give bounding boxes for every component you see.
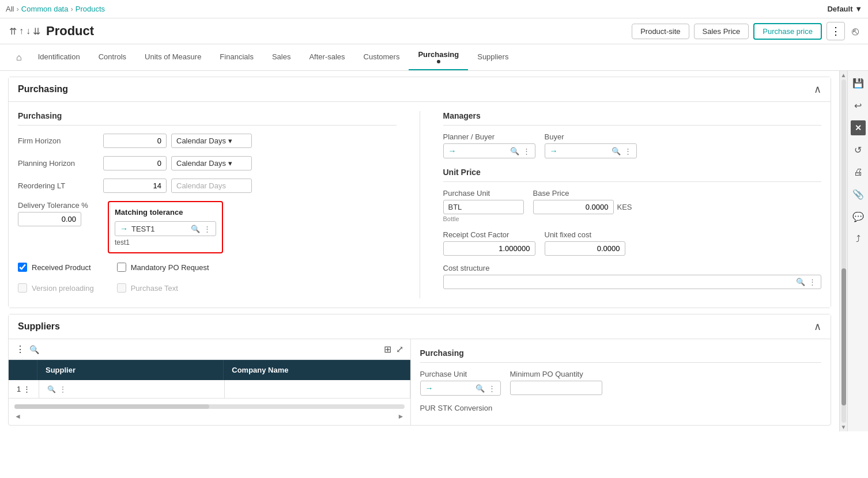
breadcrumb-common[interactable]: Common data (21, 5, 69, 13)
purchasing-section: Purchasing ∧ Purchasing Firm Horizon Cal… (8, 77, 831, 308)
currency-label: KES (617, 203, 632, 211)
supplier-cell-search-icon[interactable]: 🔍 (47, 385, 56, 393)
print-icon[interactable]: 🖨 (851, 165, 865, 180)
product-site-button[interactable]: Product-site (632, 24, 689, 39)
received-product-row: Received Product (18, 263, 94, 272)
suppliers-purchase-unit-field[interactable]: → 🔍 ⋮ (420, 381, 501, 396)
tab-suppliers[interactable]: Suppliers (468, 47, 518, 68)
buyer-search-icon[interactable]: 🔍 (612, 147, 621, 155)
scroll-down-icon[interactable]: ▼ (841, 424, 847, 430)
matching-tolerance-search-icon[interactable]: 🔍 (191, 225, 200, 233)
matching-tolerance-box: Matching tolerance → TEST1 🔍 ⋮ test1 (108, 201, 223, 253)
cost-structure-field[interactable]: 🔍 ⋮ (443, 275, 822, 289)
scroll-up-icon[interactable]: ▲ (841, 72, 847, 78)
share-icon[interactable]: ⤴ (854, 232, 863, 246)
suppliers-toolbar-kebab-icon[interactable]: ⋮ (16, 344, 25, 355)
buyer-kebab-icon[interactable]: ⋮ (624, 147, 632, 155)
delivery-tolerance-input[interactable] (18, 212, 81, 226)
unit-fixed-cost-input[interactable] (545, 241, 625, 256)
base-price-input[interactable] (533, 200, 614, 214)
suppliers-purchase-unit-search-icon[interactable]: 🔍 (475, 384, 485, 393)
matching-tolerance-field[interactable]: → TEST1 🔍 ⋮ (115, 221, 216, 236)
tab-home[interactable]: ⌂ (9, 47, 29, 69)
mandatory-po-checkbox[interactable] (117, 263, 126, 272)
cost-structure-kebab-icon[interactable]: ⋮ (809, 278, 816, 286)
supplier-cell[interactable]: 🔍 ⋮ (39, 380, 225, 398)
planner-buyer-field[interactable]: → 🔍 ⋮ (443, 143, 535, 158)
scroll-left-arrow-icon[interactable]: ◄ (14, 412, 21, 420)
purchasing-section-body: Purchasing Firm Horizon Calendar Days ▾ (9, 102, 831, 308)
reordering-lt-input[interactable] (103, 179, 167, 193)
content-area: Purchasing ∧ Purchasing Firm Horizon Cal… (0, 71, 839, 431)
tab-units-of-measure[interactable]: Units of Measure (135, 47, 210, 68)
attach-icon[interactable]: 📎 (850, 187, 866, 202)
scroll-track[interactable] (841, 79, 846, 423)
nav-first-icon[interactable]: ⇈ (9, 26, 17, 37)
row-kebab-icon[interactable]: ⋮ (23, 385, 31, 393)
planner-buyer-search-icon[interactable]: 🔍 (510, 147, 519, 155)
nav-last-icon[interactable]: ⇊ (33, 26, 40, 37)
tab-identification[interactable]: Identification (29, 47, 89, 68)
receipt-cost-input[interactable] (443, 241, 535, 256)
vertical-scrollbar[interactable]: ▲ ▼ (839, 71, 847, 431)
tab-customers[interactable]: Customers (354, 47, 409, 68)
collapse-purchasing-icon[interactable]: ∧ (814, 83, 821, 96)
planning-horizon-input[interactable] (103, 156, 167, 170)
breadcrumb-all[interactable]: All (6, 5, 14, 13)
firm-horizon-row: Firm Horizon Calendar Days ▾ (18, 134, 397, 148)
tab-after-sales[interactable]: After-sales (300, 47, 354, 68)
tab-purchasing[interactable]: Purchasing (409, 44, 468, 70)
planning-horizon-unit-arrow: ▾ (228, 159, 232, 168)
minimum-po-label: Minimum PO Quantity (510, 370, 602, 378)
purchasing-section-header: Purchasing ∧ (9, 77, 831, 102)
tbl-horizontal-scroll[interactable] (14, 404, 405, 409)
suppliers-section-title: Suppliers (18, 321, 60, 332)
purchasing-section-title: Purchasing (18, 84, 68, 94)
purchase-unit-field[interactable]: BTL (443, 200, 524, 214)
planner-buyer-kebab-icon[interactable]: ⋮ (523, 147, 530, 155)
breadcrumb-sep2: › (70, 5, 73, 13)
matching-tolerance-kebab-icon[interactable]: ⋮ (203, 225, 211, 233)
purchase-price-button[interactable]: Purchase price (753, 23, 822, 40)
purchase-unit-sublabel: Bottle (443, 215, 524, 222)
planning-horizon-unit-select[interactable]: Calendar Days ▾ (171, 156, 252, 170)
close-icon[interactable]: ✕ (851, 120, 866, 135)
collapse-suppliers-icon[interactable]: ∧ (814, 320, 821, 333)
refresh-icon[interactable]: ↺ (852, 142, 864, 158)
save-icon[interactable]: 💾 (850, 75, 866, 91)
minimum-po-input[interactable] (510, 381, 602, 395)
suppliers-toolbar-search-icon[interactable]: 🔍 (29, 345, 39, 354)
breadcrumb-products[interactable]: Products (76, 5, 105, 13)
received-product-checkbox[interactable] (18, 263, 27, 272)
purchase-text-checkbox[interactable] (117, 283, 126, 293)
comment-icon[interactable]: 💬 (850, 209, 866, 225)
tab-sales[interactable]: Sales (263, 47, 300, 68)
firm-horizon-input[interactable] (103, 134, 167, 148)
right-sidebar: 💾 ↩ ✕ ↺ 🖨 📎 💬 ⤴ (847, 71, 868, 431)
exit-icon[interactable]: ⎋ (852, 25, 859, 38)
suppliers-toolbar-stack-icon[interactable]: ⊞ (384, 344, 391, 355)
nav-next-icon[interactable]: ↓ (26, 26, 31, 37)
suppliers-right-panel: Purchasing Purchase Unit → 🔍 ⋮ (411, 339, 831, 425)
suppliers-toolbar-expand-icon[interactable]: ⤢ (396, 344, 403, 355)
scroll-right-arrow-icon[interactable]: ► (398, 412, 405, 420)
tab-financials[interactable]: Financials (210, 47, 263, 68)
undo-icon[interactable]: ↩ (852, 98, 864, 113)
firm-horizon-unit-select[interactable]: Calendar Days ▾ (171, 134, 252, 148)
header-kebab-button[interactable]: ⋮ (827, 22, 845, 40)
default-dropdown[interactable]: Default ▼ (827, 5, 862, 13)
nav-prev-icon[interactable]: ↑ (19, 26, 24, 37)
purchase-unit-group: Purchase Unit BTL Bottle (443, 189, 524, 222)
version-preloading-checkbox[interactable] (18, 283, 27, 293)
suppliers-purchase-unit-kebab-icon[interactable]: ⋮ (488, 384, 496, 393)
cost-structure-search-icon[interactable]: 🔍 (796, 278, 805, 286)
company-cell (225, 380, 410, 398)
matching-tolerance-label: Matching tolerance (115, 208, 216, 217)
cost-structure-label: Cost structure (443, 264, 822, 272)
sales-price-button[interactable]: Sales Price (694, 24, 749, 39)
planning-horizon-unit-text: Calendar Days (176, 159, 226, 168)
scroll-grip (841, 268, 846, 405)
buyer-field[interactable]: → 🔍 ⋮ (545, 143, 637, 158)
supplier-cell-kebab-icon[interactable]: ⋮ (59, 385, 66, 393)
tab-controls[interactable]: Controls (89, 47, 135, 68)
